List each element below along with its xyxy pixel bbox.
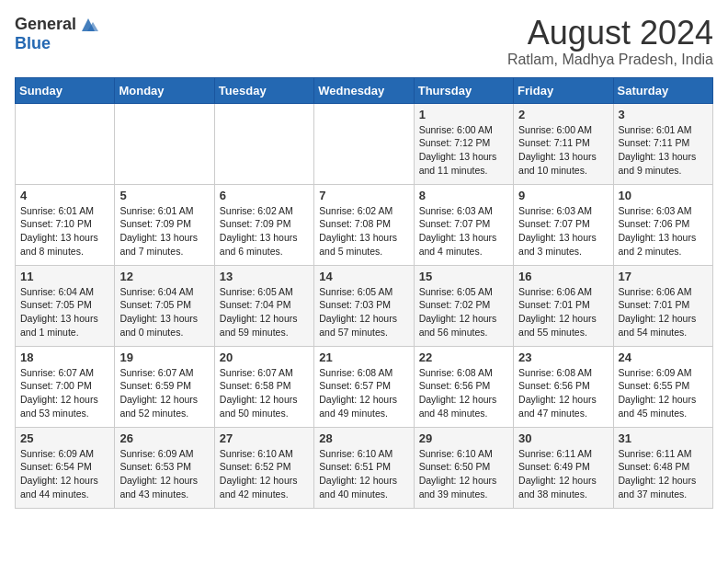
day-info: Sunrise: 6:06 AMSunset: 7:01 PMDaylight:… xyxy=(518,285,608,339)
day-info: Sunrise: 6:10 AMSunset: 6:51 PMDaylight:… xyxy=(319,447,408,501)
calendar-cell: 29Sunrise: 6:10 AMSunset: 6:50 PMDayligh… xyxy=(414,427,513,508)
calendar-cell: 20Sunrise: 6:07 AMSunset: 6:58 PMDayligh… xyxy=(214,346,313,427)
day-number: 10 xyxy=(619,189,708,202)
calendar-cell: 17Sunrise: 6:06 AMSunset: 7:01 PMDayligh… xyxy=(613,265,712,346)
day-number: 27 xyxy=(220,431,309,445)
day-number: 18 xyxy=(20,350,109,364)
day-number: 20 xyxy=(220,350,309,364)
calendar-cell: 11Sunrise: 6:04 AMSunset: 7:05 PMDayligh… xyxy=(16,265,115,346)
day-number: 12 xyxy=(119,270,209,283)
day-number: 6 xyxy=(220,189,309,202)
calendar-cell: 12Sunrise: 6:04 AMSunset: 7:05 PMDayligh… xyxy=(115,265,214,346)
calendar-cell: 8Sunrise: 6:03 AMSunset: 7:07 PMDaylight… xyxy=(414,184,513,265)
day-info: Sunrise: 6:10 AMSunset: 6:52 PMDaylight:… xyxy=(220,447,309,501)
day-number: 15 xyxy=(419,270,508,283)
day-info: Sunrise: 6:08 AMSunset: 6:57 PMDaylight:… xyxy=(319,366,408,420)
day-info: Sunrise: 6:01 AMSunset: 7:11 PMDaylight:… xyxy=(619,123,708,178)
calendar-cell: 13Sunrise: 6:05 AMSunset: 7:04 PMDayligh… xyxy=(214,265,313,346)
day-number: 7 xyxy=(319,189,408,202)
day-info: Sunrise: 6:03 AMSunset: 7:07 PMDaylight:… xyxy=(518,204,608,259)
calendar-cell: 22Sunrise: 6:08 AMSunset: 6:56 PMDayligh… xyxy=(414,346,513,427)
day-info: Sunrise: 6:08 AMSunset: 6:56 PMDaylight:… xyxy=(518,366,608,420)
calendar-table: SundayMondayTuesdayWednesdayThursdayFrid… xyxy=(15,77,713,509)
day-number: 16 xyxy=(518,270,608,283)
calendar-cell: 28Sunrise: 6:10 AMSunset: 6:51 PMDayligh… xyxy=(314,427,414,508)
day-info: Sunrise: 6:00 AMSunset: 7:11 PMDaylight:… xyxy=(518,123,608,178)
day-info: Sunrise: 6:01 AMSunset: 7:10 PMDaylight:… xyxy=(20,204,109,259)
logo: General Blue xyxy=(15,15,98,53)
day-number: 30 xyxy=(518,431,608,445)
weekday-header-thursday: Thursday xyxy=(414,77,513,103)
day-info: Sunrise: 6:02 AMSunset: 7:09 PMDaylight:… xyxy=(220,204,309,259)
day-number: 9 xyxy=(518,189,608,202)
day-number: 21 xyxy=(319,350,408,364)
day-number: 8 xyxy=(419,189,508,202)
calendar-cell xyxy=(214,103,313,184)
day-info: Sunrise: 6:02 AMSunset: 7:08 PMDaylight:… xyxy=(319,204,408,259)
day-info: Sunrise: 6:06 AMSunset: 7:01 PMDaylight:… xyxy=(619,285,708,339)
logo-icon xyxy=(78,15,98,35)
page-header: General Blue August 2024 Ratlam, Madhya … xyxy=(15,15,713,68)
day-info: Sunrise: 6:09 AMSunset: 6:54 PMDaylight:… xyxy=(20,447,109,501)
day-number: 3 xyxy=(619,108,708,121)
day-info: Sunrise: 6:09 AMSunset: 6:53 PMDaylight:… xyxy=(119,447,209,501)
location-title: Ratlam, Madhya Pradesh, India xyxy=(507,52,713,68)
calendar-cell: 23Sunrise: 6:08 AMSunset: 6:56 PMDayligh… xyxy=(514,346,613,427)
month-title: August 2024 xyxy=(507,15,713,52)
calendar-week-row: 1Sunrise: 6:00 AMSunset: 7:12 PMDaylight… xyxy=(16,103,713,184)
day-info: Sunrise: 6:03 AMSunset: 7:06 PMDaylight:… xyxy=(619,204,708,259)
day-info: Sunrise: 6:04 AMSunset: 7:05 PMDaylight:… xyxy=(20,285,109,339)
day-number: 4 xyxy=(20,189,109,202)
day-info: Sunrise: 6:11 AMSunset: 6:49 PMDaylight:… xyxy=(518,447,608,501)
calendar-cell: 24Sunrise: 6:09 AMSunset: 6:55 PMDayligh… xyxy=(613,346,712,427)
calendar-cell: 3Sunrise: 6:01 AMSunset: 7:11 PMDaylight… xyxy=(613,103,712,184)
day-info: Sunrise: 6:07 AMSunset: 6:59 PMDaylight:… xyxy=(119,366,209,420)
calendar-cell: 4Sunrise: 6:01 AMSunset: 7:10 PMDaylight… xyxy=(16,184,115,265)
calendar-cell: 9Sunrise: 6:03 AMSunset: 7:07 PMDaylight… xyxy=(514,184,613,265)
calendar-cell: 10Sunrise: 6:03 AMSunset: 7:06 PMDayligh… xyxy=(613,184,712,265)
weekday-header-wednesday: Wednesday xyxy=(314,77,414,103)
day-info: Sunrise: 6:03 AMSunset: 7:07 PMDaylight:… xyxy=(419,204,508,259)
day-info: Sunrise: 6:09 AMSunset: 6:55 PMDaylight:… xyxy=(619,366,708,420)
calendar-cell: 21Sunrise: 6:08 AMSunset: 6:57 PMDayligh… xyxy=(314,346,414,427)
weekday-header-sunday: Sunday xyxy=(16,77,115,103)
day-number: 24 xyxy=(619,350,708,364)
calendar-cell xyxy=(16,103,115,184)
day-info: Sunrise: 6:08 AMSunset: 6:56 PMDaylight:… xyxy=(419,366,508,420)
day-number: 14 xyxy=(319,270,408,283)
calendar-cell: 19Sunrise: 6:07 AMSunset: 6:59 PMDayligh… xyxy=(115,346,214,427)
day-info: Sunrise: 6:10 AMSunset: 6:50 PMDaylight:… xyxy=(419,447,508,501)
weekday-header-row: SundayMondayTuesdayWednesdayThursdayFrid… xyxy=(16,77,713,103)
day-number: 1 xyxy=(419,108,508,121)
calendar-cell: 27Sunrise: 6:10 AMSunset: 6:52 PMDayligh… xyxy=(214,427,313,508)
calendar-cell: 26Sunrise: 6:09 AMSunset: 6:53 PMDayligh… xyxy=(115,427,214,508)
day-number: 17 xyxy=(619,270,708,283)
day-number: 11 xyxy=(20,270,109,283)
day-info: Sunrise: 6:05 AMSunset: 7:03 PMDaylight:… xyxy=(319,285,408,339)
day-number: 28 xyxy=(319,431,408,445)
calendar-cell: 5Sunrise: 6:01 AMSunset: 7:09 PMDaylight… xyxy=(115,184,214,265)
logo-blue: Blue xyxy=(15,35,98,53)
calendar-cell: 1Sunrise: 6:00 AMSunset: 7:12 PMDaylight… xyxy=(414,103,513,184)
calendar-cell: 6Sunrise: 6:02 AMSunset: 7:09 PMDaylight… xyxy=(214,184,313,265)
day-info: Sunrise: 6:05 AMSunset: 7:02 PMDaylight:… xyxy=(419,285,508,339)
calendar-week-row: 11Sunrise: 6:04 AMSunset: 7:05 PMDayligh… xyxy=(16,265,713,346)
weekday-header-monday: Monday xyxy=(115,77,214,103)
day-number: 5 xyxy=(119,189,209,202)
title-block: August 2024 Ratlam, Madhya Pradesh, Indi… xyxy=(507,15,713,68)
day-number: 22 xyxy=(419,350,508,364)
calendar-week-row: 25Sunrise: 6:09 AMSunset: 6:54 PMDayligh… xyxy=(16,427,713,508)
day-number: 26 xyxy=(119,431,209,445)
day-number: 13 xyxy=(220,270,309,283)
calendar-cell: 2Sunrise: 6:00 AMSunset: 7:11 PMDaylight… xyxy=(514,103,613,184)
day-number: 31 xyxy=(619,431,708,445)
day-info: Sunrise: 6:04 AMSunset: 7:05 PMDaylight:… xyxy=(119,285,209,339)
day-info: Sunrise: 6:07 AMSunset: 7:00 PMDaylight:… xyxy=(20,366,109,420)
day-number: 2 xyxy=(518,108,608,121)
calendar-week-row: 18Sunrise: 6:07 AMSunset: 7:00 PMDayligh… xyxy=(16,346,713,427)
calendar-cell: 18Sunrise: 6:07 AMSunset: 7:00 PMDayligh… xyxy=(16,346,115,427)
day-number: 19 xyxy=(119,350,209,364)
calendar-cell xyxy=(115,103,214,184)
calendar-cell: 14Sunrise: 6:05 AMSunset: 7:03 PMDayligh… xyxy=(314,265,414,346)
weekday-header-tuesday: Tuesday xyxy=(214,77,313,103)
